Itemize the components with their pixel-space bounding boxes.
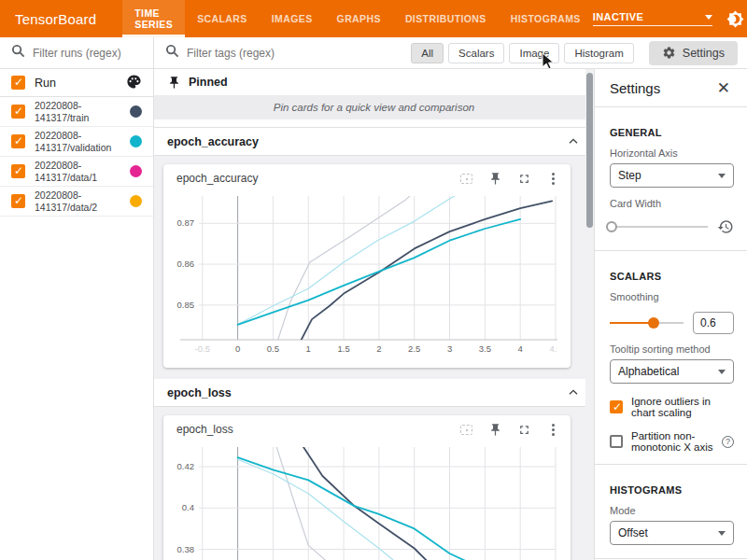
svg-text:0.85: 0.85	[177, 300, 195, 310]
pinned-section-header: Pinned	[154, 69, 594, 95]
gear-icon	[662, 46, 676, 60]
tensorboard-app: TensorBoard TIME SERIES SCALARS IMAGES G…	[0, 0, 747, 560]
partition-x-axis-row[interactable]: Partition non-monotonic X axis ?	[610, 430, 734, 453]
card-actions	[456, 419, 563, 440]
dark-mode-toggle-icon[interactable]	[726, 10, 744, 28]
chevron-up-icon	[566, 134, 581, 149]
svg-text:0.87: 0.87	[177, 217, 195, 228]
palette-icon[interactable]	[126, 74, 142, 92]
card-width-slider[interactable]	[610, 220, 708, 233]
tab-distributions[interactable]: DISTRIBUTIONS	[393, 0, 499, 37]
scalar-card-epoch-accuracy: epoch_accuracy -0.500.511.522.533.544.50…	[163, 164, 571, 368]
run-checkbox[interactable]	[11, 164, 25, 178]
run-checkbox[interactable]	[11, 194, 25, 208]
svg-text:0.38: 0.38	[177, 544, 195, 554]
tab-images[interactable]: IMAGES	[260, 0, 325, 37]
chip-all[interactable]: All	[411, 43, 444, 63]
section-header-epoch-accuracy[interactable]: epoch_accuracy	[154, 128, 594, 156]
main-nav-tabs: TIME SERIES SCALARS IMAGES GRAPHS DISTRI…	[122, 0, 593, 37]
search-icon	[165, 44, 179, 62]
chip-scalars[interactable]: Scalars	[448, 43, 504, 63]
section-header-epoch-loss[interactable]: epoch_loss	[154, 379, 594, 407]
line-chart-epoch-loss[interactable]: 0.360.380.40.42	[173, 443, 557, 560]
reset-icon[interactable]	[717, 218, 734, 235]
histogram-mode-select[interactable]: Offset	[610, 521, 734, 545]
search-icon	[11, 44, 25, 62]
tab-graphs[interactable]: GRAPHS	[325, 0, 393, 37]
chevron-down-icon	[718, 174, 726, 178]
smoothing-input[interactable]: 0.6	[693, 312, 734, 334]
chip-histogram[interactable]: Histogram	[564, 43, 633, 63]
chart-area[interactable]: 0.360.380.40.42	[163, 441, 571, 560]
settings-button[interactable]: Settings	[649, 41, 738, 65]
run-checkbox[interactable]	[11, 134, 25, 148]
run-row-train[interactable]: 20220808-141317/train	[0, 97, 153, 127]
fit-to-domain-icon[interactable]	[456, 168, 476, 189]
card-title: epoch_loss	[176, 423, 233, 436]
card-title: epoch_accuracy	[176, 172, 258, 185]
svg-text:4.5: 4.5	[549, 343, 557, 354]
ignore-outliers-checkbox[interactable]	[610, 400, 623, 413]
card-actions	[456, 168, 563, 189]
runs-filter-input[interactable]: Filter runs (regex)	[0, 37, 153, 69]
run-row-validation[interactable]: 20220808-141317/validation	[0, 127, 153, 157]
svg-text:3: 3	[447, 343, 452, 354]
run-color-dot	[130, 105, 142, 118]
app-logo: TensorBoard	[0, 0, 122, 37]
runs-sidebar: Filter runs (regex) Run 20220808-141317/…	[0, 37, 154, 560]
pin-icon[interactable]	[485, 419, 505, 440]
run-row-data1[interactable]: 20220808-141317/data/1	[0, 157, 153, 187]
svg-text:1.5: 1.5	[337, 343, 349, 354]
runs-master-checkbox[interactable]	[11, 76, 25, 90]
ignore-outliers-row[interactable]: Ignore outliers in chart scaling	[610, 396, 734, 418]
settings-section-scalars: SCALARS Smoothing 0.6 Tooltip sorting me…	[610, 260, 734, 464]
card-header: epoch_accuracy	[163, 164, 571, 190]
slider-knob[interactable]	[606, 221, 617, 232]
help-icon[interactable]: ?	[722, 436, 734, 448]
svg-text:0.4: 0.4	[182, 502, 194, 512]
run-row-data2[interactable]: 20220808-141317/data/2	[0, 187, 153, 217]
tab-scalars[interactable]: SCALARS	[185, 0, 260, 37]
fullscreen-icon[interactable]	[514, 168, 534, 189]
svg-text:0.86: 0.86	[177, 259, 195, 269]
line-chart-epoch-accuracy[interactable]: -0.500.511.522.533.544.50.850.860.87	[173, 192, 557, 358]
main-area: Filter runs (regex) Run 20220808-141317/…	[0, 37, 747, 560]
section-body-epoch-accuracy: epoch_accuracy -0.500.511.522.533.544.50…	[154, 156, 594, 379]
reload-status-dropdown[interactable]: INACTIVE	[593, 11, 712, 26]
svg-text:-0.5: -0.5	[195, 343, 210, 354]
svg-text:2.5: 2.5	[408, 343, 420, 354]
chevron-down-icon	[718, 531, 726, 536]
right-zone: Filter tags (regex) All Scalars Image Hi…	[154, 37, 747, 560]
run-name: 20220808-141317/data/1	[35, 160, 125, 183]
fullscreen-icon[interactable]	[514, 419, 534, 440]
settings-section-histograms: HISTOGRAMS Mode Offset	[610, 474, 734, 558]
pinned-title: Pinned	[189, 76, 228, 89]
close-icon[interactable]: ✕	[713, 78, 734, 98]
chevron-down-icon	[705, 15, 712, 20]
fit-to-domain-icon[interactable]	[456, 419, 476, 440]
app-header: TensorBoard TIME SERIES SCALARS IMAGES G…	[0, 0, 747, 37]
run-checkbox[interactable]	[11, 105, 25, 119]
settings-panel: Settings ✕ GENERAL Horizontal Axis Step	[594, 69, 747, 560]
slider-knob[interactable]	[648, 317, 659, 329]
tooltip-sorting-select[interactable]: Alphabetical	[610, 359, 734, 384]
tags-filter-placeholder[interactable]: Filter tags (regex)	[187, 47, 406, 60]
pinned-empty-message: Pin cards for a quick view and compariso…	[154, 95, 594, 119]
chart-area[interactable]: -0.500.511.522.533.544.50.850.860.87	[163, 190, 571, 368]
chip-image[interactable]: Image	[509, 43, 559, 63]
scrollbar-thumb[interactable]	[586, 73, 593, 228]
run-color-dot	[130, 135, 142, 147]
more-options-icon[interactable]	[543, 168, 563, 189]
smoothing-slider[interactable]	[610, 316, 684, 329]
more-options-icon[interactable]	[543, 419, 563, 440]
partition-x-axis-checkbox[interactable]	[610, 435, 623, 448]
header-actions: INACTIVE ?	[593, 0, 747, 37]
pin-icon[interactable]	[485, 168, 505, 189]
pin-icon	[167, 76, 181, 90]
tab-histograms[interactable]: HISTOGRAMS	[499, 0, 593, 37]
tag-filter-bar: Filter tags (regex) All Scalars Image Hi…	[154, 37, 747, 69]
tab-time-series[interactable]: TIME SERIES	[122, 0, 185, 37]
settings-title: Settings	[610, 80, 660, 96]
scrollbar-track[interactable]	[585, 69, 594, 560]
horizontal-axis-select[interactable]: Step	[610, 163, 734, 188]
